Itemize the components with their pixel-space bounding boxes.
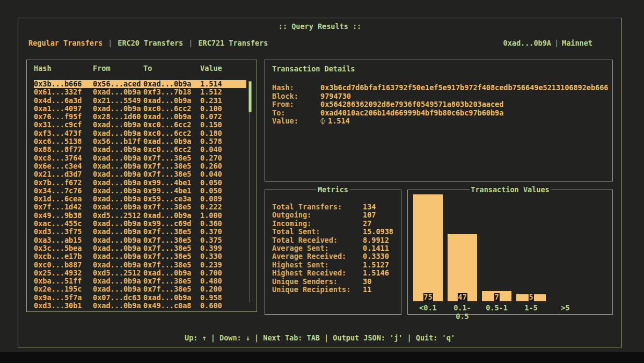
cell-from: 0xad...0b9a xyxy=(93,146,143,154)
cell-value: 0.150 xyxy=(200,121,246,129)
cell-hash: 0xc0...b887 xyxy=(34,261,93,269)
table-row[interactable]: 0x3c...5bea0xad...0b9a0x7f...38e50.399 xyxy=(34,244,246,252)
window-title: :: Query Results :: xyxy=(18,22,621,31)
metric-row: Incoming:27 xyxy=(272,220,401,228)
cell-value: 0.040 xyxy=(200,170,246,178)
table-row[interactable]: 0x9a...5f7a0x07...dc630xad...0b9a0.958 xyxy=(34,294,246,302)
metric-row: Unique Senders:30 xyxy=(272,278,401,286)
table-row[interactable]: 0xd3...30b10xad...0b9a0x49...c0a80.600 xyxy=(34,302,246,310)
cell-to: 0xad...0b9a xyxy=(143,113,200,121)
tab-erc20-transfers[interactable]: ERC20 Transfers xyxy=(118,39,183,47)
cell-hash: 0x88...8f77 xyxy=(34,146,93,154)
table-row[interactable]: 0xf3...473f0xad...0b9a0xc0...6cc20.180 xyxy=(34,129,246,137)
metric-value: 30 xyxy=(363,277,371,286)
cell-hash: 0x7f...1d42 xyxy=(34,203,93,211)
detail-label: To: xyxy=(272,109,320,118)
detail-value: 0xad4010ac206b14d66999b4bf9b80c6bc97b60b… xyxy=(320,108,503,117)
table-row[interactable]: 0xac...455c0xad...0b9a0x99...c69d0.360 xyxy=(34,220,246,228)
cell-value: 0.600 xyxy=(200,302,246,310)
detail-field: Hash:0x3b6cd7d6bfaf163792f50e1ef5e917b97… xyxy=(272,84,612,92)
metric-label: Unique Senders: xyxy=(272,278,363,286)
table-scrollbar[interactable] xyxy=(248,81,252,302)
cell-value: 0.180 xyxy=(200,129,246,137)
cell-from: 0xad...0b9a xyxy=(93,170,143,178)
tab-erc721-transfers[interactable]: ERC721 Transfers xyxy=(198,39,268,47)
table-row[interactable]: 0x21...d3d70xad...0b9a0x7f...38e50.040 xyxy=(34,170,246,178)
table-row[interactable]: 0x7b...f6720xad...0b9a0x99...4be10.050 xyxy=(34,179,246,187)
metric-row: Highest Sent:1.5127 xyxy=(272,261,401,269)
cell-from: 0xad...0b9a xyxy=(93,261,143,269)
cell-to: 0xad...0b9a xyxy=(143,269,200,277)
cell-value: 0.231 xyxy=(200,97,246,105)
cell-from: 0xad...0b9a xyxy=(93,302,143,310)
cell-from: 0xad...0b9a xyxy=(93,105,143,113)
cell-from: 0x56...b17f xyxy=(93,137,143,146)
cell-to: 0x99...c69d xyxy=(143,220,200,228)
table-row[interactable]: 0x7f...1d420xad...0b9a0x7f...38e50.222 xyxy=(34,203,246,211)
table-row[interactable]: 0x4d...6a3d0x21...55490xad...0b9a0.231 xyxy=(34,97,246,105)
metric-row: Outgoing:107 xyxy=(272,211,401,219)
eth-icon xyxy=(320,118,325,127)
table-row[interactable]: 0x61...332f0xad...0b9a0xf3...7b181.512 xyxy=(34,88,246,96)
cell-hash: 0xd3...30b1 xyxy=(34,302,93,310)
cell-from: 0xad...0b9a xyxy=(93,252,143,260)
cell-hash: 0xac...455c xyxy=(34,220,93,228)
chart-x-label: <0.1 xyxy=(413,303,443,321)
cell-hash: 0xcb...e17b xyxy=(34,252,93,260)
cell-from: 0xad...0b9a xyxy=(93,285,143,293)
table-row[interactable]: 0x25...49320xd5...25120xad...0b9a0.700 xyxy=(34,269,246,277)
cell-from: 0x07...dc63 xyxy=(93,294,143,302)
table-header: Hash From To Value xyxy=(34,64,257,72)
table-row[interactable]: 0xa3...ab150xad...0b9a0x7f...38e50.375 xyxy=(34,236,246,244)
account-address: 0xad...0b9A xyxy=(503,39,551,47)
cell-from: 0xad...0b9a xyxy=(93,220,143,228)
table-row[interactable]: 0x1d...6cea0xad...0b9a0x59...ce3a0.089 xyxy=(34,195,246,203)
table-row[interactable]: 0x76...f95f0x28...1d600xad...0b9a0.072 xyxy=(34,113,246,121)
cell-from: 0xad...0b9a xyxy=(93,129,143,137)
chart-x-label: 1-5 xyxy=(516,303,546,321)
metric-label: Highest Received: xyxy=(272,269,363,277)
table-row[interactable]: 0x49...9b380xd5...25120xad...0b9a1.000 xyxy=(34,212,246,220)
keybind-footer: Up: ↑ | Down: ↓ | Next Tab: TAB | Output… xyxy=(18,333,621,342)
metric-row: Total Received:8.9912 xyxy=(272,236,401,244)
table-row[interactable]: 0x31...c9cf0xad...0b9a0xc0...6cc20.150 xyxy=(34,121,246,129)
scrollbar-thumb[interactable] xyxy=(248,81,252,112)
network-name: Mainnet xyxy=(562,39,592,47)
chart-bar: 47 xyxy=(448,234,477,301)
metric-value: 1.5146 xyxy=(363,268,389,277)
cell-hash: 0x49...9b38 xyxy=(34,212,93,220)
metric-value: 27 xyxy=(363,219,371,228)
table-row[interactable]: 0xba...51ff0xad...0b9a0x7f...38e50.480 xyxy=(34,277,246,285)
tab-bar: Regular Transfers|ERC20 Transfers|ERC721… xyxy=(28,39,268,47)
cell-value: 0.072 xyxy=(200,113,246,121)
cell-to: 0x59...ce3a xyxy=(143,195,200,203)
cell-from: 0xad...0b9a xyxy=(93,277,143,285)
cell-value: 0.222 xyxy=(200,203,246,211)
table-row[interactable]: 0x34...7c760xad...0b9a0x99...4be10.050 xyxy=(34,187,246,195)
table-row[interactable]: 0xa1...40970xad...0b9a0xc0...6cc20.100 xyxy=(34,105,246,113)
table-row[interactable]: 0x2e...195c0xad...0b9a0x7f...38e50.200 xyxy=(34,285,246,293)
table-row[interactable]: 0x88...8f770xad...0b9a0xc0...6cc20.040 xyxy=(34,146,246,154)
table-row[interactable]: 0xcb...e17b0xad...0b9a0x7f...38e50.330 xyxy=(34,252,246,260)
table-row[interactable]: 0xc8...37640xad...0b9a0x7f...38e50.270 xyxy=(34,154,246,162)
table-row[interactable]: 0xd3...3f750xad...0b9a0x7f...38e50.370 xyxy=(34,228,246,236)
chart-x-labels: <0.10.1-0.50.5-11-5>5 xyxy=(413,303,612,321)
cell-hash: 0xc8...3764 xyxy=(34,154,93,162)
chart-bars: 754775 xyxy=(413,194,612,301)
detail-field: To:0xad4010ac206b14d66999b4bf9b80c6bc97b… xyxy=(272,109,612,118)
chart-x-label: 0.1-0.5 xyxy=(448,303,477,321)
bar-value-label: 47 xyxy=(457,293,467,301)
table-row[interactable]: 0xc0...b8870xad...0b9a0x7f...38e50.239 xyxy=(34,261,246,269)
table-row[interactable]: 0xc6...51380x56...b17f0xad...0b9a0.578 xyxy=(34,137,246,146)
cell-to: 0xad...0b9a xyxy=(143,97,200,105)
metric-label: Unique Recipients: xyxy=(272,286,363,294)
cell-value: 0.360 xyxy=(200,220,246,228)
cell-from: 0xd5...2512 xyxy=(93,269,143,277)
table-row[interactable]: 0x3b...b6660x56...aced0xad...0b9a1.514 xyxy=(34,80,246,88)
column-header-hash: Hash xyxy=(34,64,93,72)
transfers-table-panel: Hash From To Value 0x3b...b6660x56...ace… xyxy=(26,60,257,312)
tab-separator: | xyxy=(188,39,193,47)
table-row[interactable]: 0x6e...c3e40xad...0b9a0x7f...38e50.260 xyxy=(34,162,246,170)
cell-from: 0xad...0b9a xyxy=(93,121,143,129)
tab-regular-transfers[interactable]: Regular Transfers xyxy=(28,39,103,47)
